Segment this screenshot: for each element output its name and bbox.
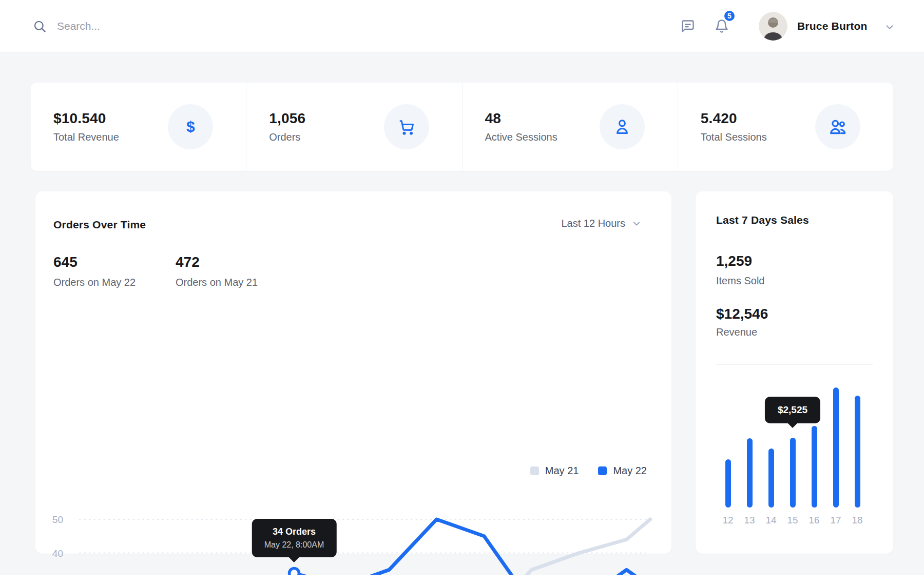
revenue-label: Revenue [716,326,757,338]
bar-day-18[interactable] [855,396,860,508]
user-menu-chevron-down-icon[interactable] [884,22,895,33]
time-range-value: Last 12 Hours [561,218,625,229]
bar-day-14[interactable] [768,449,774,508]
cart-icon [397,118,416,136]
next-section-edge [0,575,924,585]
orders-line-chart: 504030201004am5am6am7am8am9am10am11am12a… [35,511,671,585]
stat-icon-circle [384,104,429,149]
stat-card-total-revenue: $10.540 Total Revenue $ [31,83,246,171]
stat-value: $10.540 [53,110,119,127]
bar-x-label: 14 [760,515,782,526]
legend-swatch-may22 [598,466,607,475]
summary-may22: 645 Orders on May 22 [53,254,136,288]
orders-chart-title: Orders Over Time [53,219,146,231]
stat-label: Active Sessions [485,131,557,143]
stat-value: 1,056 [269,110,305,127]
summary-label: Orders on May 21 [176,277,258,288]
items-sold-label: Items Sold [716,275,764,287]
stat-card-active-sessions: 48 Active Sessions [462,83,678,171]
dollar-icon: $ [186,118,195,135]
tooltip-value: 34 Orders [264,526,324,537]
stat-icon-circle [815,104,860,149]
y-tick-label: 40 [52,548,63,559]
legend-item-may22[interactable]: May 22 [598,465,647,477]
stat-label: Orders [269,131,305,143]
sales-bar-labels: 12131415161718 [716,515,873,527]
bar-day-15[interactable] [790,438,796,508]
bar-day-16[interactable] [812,426,817,508]
tooltip-date: May 22, 8:00AM [264,540,324,550]
search-input[interactable] [57,20,273,32]
bar-x-label: 18 [846,515,869,526]
stat-label: Total Sessions [701,131,767,143]
stat-icon-circle: $ [168,104,213,149]
stats-row: $10.540 Total Revenue $ 1,056 Orders 48 … [31,83,893,171]
sales-card-title: Last 7 Days Sales [716,214,809,226]
messages-icon[interactable] [681,19,695,33]
bar-x-label: 17 [824,515,847,526]
bar-day-12[interactable] [725,459,731,508]
bar-x-label: 13 [738,515,761,526]
bar-x-label: 16 [803,515,825,526]
y-tick-label: 50 [52,514,63,525]
time-range-dropdown[interactable]: Last 12 Hours [561,218,642,229]
sales-tooltip: $2,525 [765,397,820,423]
chevron-down-icon [631,219,642,229]
search-icon [33,20,47,33]
avatar[interactable] [759,12,787,41]
summary-value: 645 [53,254,136,270]
stat-label: Total Revenue [53,131,119,143]
avatar-image [759,12,787,41]
last-7-days-sales-card: Last 7 Days Sales 1,259 Items Sold $12,5… [696,191,893,554]
legend-label: May 21 [545,465,579,477]
bar-x-label: 15 [781,515,804,526]
user-name[interactable]: Bruce Burton [797,0,868,52]
search-bar[interactable] [33,0,273,52]
chart-legend: May 21 May 22 [530,465,647,477]
bar-x-label: 12 [717,515,739,526]
orders-over-time-card: Orders Over Time Last 12 Hours 645 Order… [35,191,671,554]
orders-tooltip: 34 Orders May 22, 8:00AM [252,519,337,557]
legend-swatch-may21 [530,466,539,475]
stat-value: 48 [485,110,557,127]
stat-card-orders: 1,056 Orders [246,83,461,171]
stat-value: 5.420 [701,110,767,127]
stat-card-total-sessions: 5.420 Total Sessions [678,83,893,171]
revenue-value: $12,546 [716,306,768,322]
user-icon [613,118,631,136]
legend-item-may21[interactable]: May 21 [530,465,579,477]
legend-label: May 22 [613,465,647,477]
notification-badge: 5 [723,9,736,23]
items-sold-value: 1,259 [716,253,752,269]
topbar: 5 Bruce Burton [0,0,924,52]
summary-value: 472 [176,254,258,270]
bar-day-17[interactable] [833,387,839,508]
stat-icon-circle [600,104,645,149]
summary-may21: 472 Orders on May 21 [176,254,258,288]
summary-label: Orders on May 22 [53,277,136,288]
users-icon [828,117,848,136]
bar-day-13[interactable] [747,438,753,508]
divider [716,364,873,365]
